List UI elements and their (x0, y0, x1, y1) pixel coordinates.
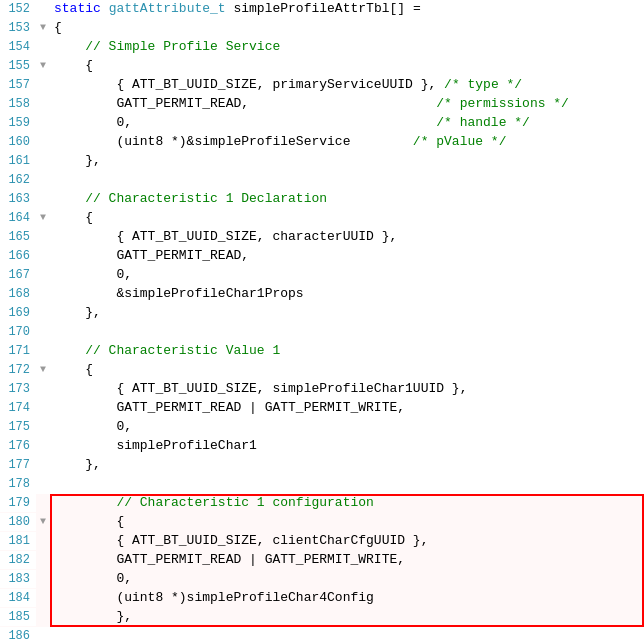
fold-icon[interactable]: ▼ (40, 516, 46, 527)
fold-icon[interactable]: ▼ (40, 212, 46, 223)
fold-icon[interactable]: ▼ (40, 364, 46, 375)
fold-gutter (36, 342, 50, 344)
code-line: 157 { ATT_BT_UUID_SIZE, primaryServiceUU… (0, 76, 644, 95)
line-number: 186 (0, 627, 36, 641)
fold-icon[interactable]: ▼ (40, 60, 46, 71)
code-line: 173 { ATT_BT_UUID_SIZE, simpleProfileCha… (0, 380, 644, 399)
line-number: 183 (0, 570, 36, 588)
line-content: }, (50, 456, 644, 475)
line-number: 153 (0, 19, 36, 37)
code-line: 159 0, /* handle */ (0, 114, 644, 133)
line-number: 168 (0, 285, 36, 303)
fold-gutter (36, 266, 50, 268)
line-number: 174 (0, 399, 36, 417)
code-line: 154 // Simple Profile Service (0, 38, 644, 57)
line-content: &simpleProfileChar1Props (50, 285, 644, 304)
fold-gutter: ▼ (36, 209, 50, 226)
line-content: // Characteristic 1 configuration (50, 494, 644, 513)
line-content: 0, (50, 266, 644, 285)
fold-gutter (36, 627, 50, 629)
code-line: 152static gattAttribute_t simpleProfileA… (0, 0, 644, 19)
line-content: 0, (50, 570, 644, 589)
fold-gutter (36, 456, 50, 458)
line-number: 182 (0, 551, 36, 569)
line-content: // Simple Profile Service (50, 38, 644, 57)
fold-gutter (36, 608, 50, 610)
line-content: (uint8 *)&simpleProfileService /* pValue… (50, 133, 644, 152)
code-line: 168 &simpleProfileChar1Props (0, 285, 644, 304)
line-number: 155 (0, 57, 36, 75)
line-content: GATT_PERMIT_READ | GATT_PERMIT_WRITE, (50, 399, 644, 418)
code-line: 176 simpleProfileChar1 (0, 437, 644, 456)
line-content: 0, (50, 418, 644, 437)
line-content (50, 627, 644, 641)
fold-gutter (36, 171, 50, 173)
code-line: 171 // Characteristic Value 1 (0, 342, 644, 361)
fold-gutter (36, 570, 50, 572)
line-content: static gattAttribute_t simpleProfileAttr… (50, 0, 644, 19)
fold-icon[interactable]: ▼ (40, 22, 46, 33)
code-line: 180▼ { (0, 513, 644, 532)
line-content: { ATT_BT_UUID_SIZE, clientCharCfgUUID }, (50, 532, 644, 551)
line-number: 161 (0, 152, 36, 170)
code-line: 183 0, (0, 570, 644, 589)
line-content: { (50, 57, 644, 76)
line-content: 0, /* handle */ (50, 114, 644, 133)
line-content: { ATT_BT_UUID_SIZE, primaryServiceUUID }… (50, 76, 644, 95)
line-number: 179 (0, 494, 36, 512)
code-line: 166 GATT_PERMIT_READ, (0, 247, 644, 266)
fold-gutter (36, 551, 50, 553)
fold-gutter (36, 133, 50, 135)
code-line: 181 { ATT_BT_UUID_SIZE, clientCharCfgUUI… (0, 532, 644, 551)
fold-gutter (36, 323, 50, 325)
fold-gutter: ▼ (36, 19, 50, 36)
line-number: 165 (0, 228, 36, 246)
fold-gutter: ▼ (36, 361, 50, 378)
line-content: GATT_PERMIT_READ | GATT_PERMIT_WRITE, (50, 551, 644, 570)
fold-gutter (36, 114, 50, 116)
line-number: 167 (0, 266, 36, 284)
line-number: 154 (0, 38, 36, 56)
code-line: 160 (uint8 *)&simpleProfileService /* pV… (0, 133, 644, 152)
line-number: 157 (0, 76, 36, 94)
code-line: 170 (0, 323, 644, 342)
line-number: 172 (0, 361, 36, 379)
code-line: 161 }, (0, 152, 644, 171)
line-number: 158 (0, 95, 36, 113)
line-content (50, 475, 644, 494)
fold-gutter (36, 475, 50, 477)
code-line: 158 GATT_PERMIT_READ, /* permissions */ (0, 95, 644, 114)
code-line: 167 0, (0, 266, 644, 285)
line-content: }, (50, 608, 644, 627)
line-number: 175 (0, 418, 36, 436)
line-number: 160 (0, 133, 36, 151)
fold-gutter (36, 152, 50, 154)
line-content: { (50, 513, 644, 532)
line-content (50, 171, 644, 190)
code-line: 153▼{ (0, 19, 644, 38)
fold-gutter (36, 190, 50, 192)
line-content: { (50, 19, 644, 38)
line-number: 171 (0, 342, 36, 360)
line-content: { ATT_BT_UUID_SIZE, characterUUID }, (50, 228, 644, 247)
code-line: 174 GATT_PERMIT_READ | GATT_PERMIT_WRITE… (0, 399, 644, 418)
fold-gutter (36, 399, 50, 401)
line-number: 180 (0, 513, 36, 531)
code-line: 163 // Characteristic 1 Declaration (0, 190, 644, 209)
fold-gutter (36, 0, 50, 2)
line-number: 184 (0, 589, 36, 607)
code-line: 169 }, (0, 304, 644, 323)
line-content: { (50, 209, 644, 228)
line-content: GATT_PERMIT_READ, /* permissions */ (50, 95, 644, 114)
code-line: 178 (0, 475, 644, 494)
line-number: 166 (0, 247, 36, 265)
line-content: }, (50, 152, 644, 171)
line-number: 152 (0, 0, 36, 18)
code-line: 155▼ { (0, 57, 644, 76)
fold-gutter (36, 494, 50, 496)
fold-gutter (36, 418, 50, 420)
fold-gutter (36, 285, 50, 287)
fold-gutter (36, 532, 50, 534)
fold-gutter: ▼ (36, 57, 50, 74)
code-line: 185 }, (0, 608, 644, 627)
